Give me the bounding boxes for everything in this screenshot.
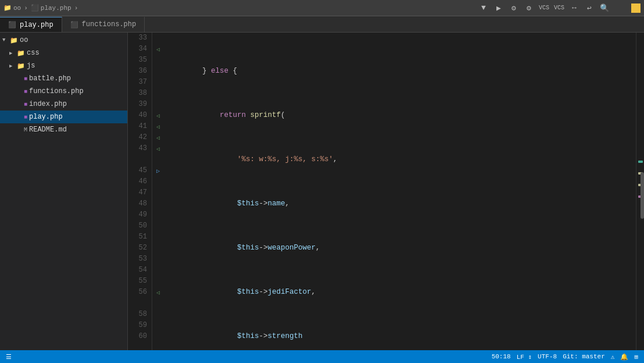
breadcrumb: 📁 oo › ⬛ play.php › bbox=[3, 4, 79, 12]
tab-play-icon: ⬛ bbox=[8, 21, 16, 29]
code-line-37: $this->weaponPower, bbox=[167, 243, 636, 254]
folder-icon-js: 📁 bbox=[17, 62, 25, 70]
sidebar-item-play[interactable]: ■ play.php bbox=[0, 111, 127, 123]
code-line-35: '%s: w:%s, j:%s, s:%s', bbox=[167, 154, 636, 165]
sidebar: ▼ 📁 oo ▶ 📁 css ▶ 📁 js ■ battle.php ■ fun… bbox=[0, 33, 128, 350]
status-left: ☰ bbox=[6, 353, 12, 361]
arrow-css: ▶ bbox=[9, 50, 15, 56]
yellow-indicator bbox=[631, 3, 641, 13]
php-icon-battle: ■ bbox=[24, 76, 27, 82]
status-encoding[interactable]: UTF-8 bbox=[538, 353, 557, 360]
dropdown-icon[interactable]: ▼ bbox=[478, 2, 489, 14]
gutter-line-36 bbox=[152, 66, 164, 77]
settings2-icon[interactable]: ⚙ bbox=[523, 2, 535, 14]
code-line-33: } else { bbox=[167, 66, 636, 77]
gutter-line-41: ◁ bbox=[152, 121, 164, 132]
breadcrumb-file[interactable]: play.php bbox=[41, 5, 71, 12]
php-icon-functions: ■ bbox=[24, 88, 27, 95]
gutter-line-37 bbox=[152, 77, 164, 88]
arrow-js: ▶ bbox=[9, 63, 15, 69]
sidebar-item-oo[interactable]: ▼ 📁 oo bbox=[0, 34, 127, 47]
code-line-36: $this->name, bbox=[167, 198, 636, 209]
sidebar-label-play: play.php bbox=[29, 113, 63, 121]
sidebar-label-oo: oo bbox=[20, 36, 28, 44]
code-line-38: $this->jediFactor, bbox=[167, 287, 636, 298]
status-notifications[interactable]: 🔔 bbox=[620, 353, 628, 361]
gutter-line-34: ◁ bbox=[152, 44, 164, 55]
gutter-line-39 bbox=[152, 99, 164, 110]
code-line-34: return sprintf( bbox=[167, 110, 636, 121]
line-numbers: 33 34 35 36 37 38 39 40 41 42 43 45 46 4… bbox=[128, 33, 152, 350]
tab-functions-icon: ⬛ bbox=[70, 21, 78, 29]
gutter-line-35 bbox=[152, 55, 164, 66]
tab-play-label: play.php bbox=[20, 21, 53, 29]
gutter-line-45: ▷ bbox=[152, 165, 164, 176]
vcs-icon[interactable]: VCS bbox=[538, 2, 550, 14]
sidebar-label-functions: functions.php bbox=[29, 87, 84, 95]
gutter-line-33 bbox=[152, 33, 164, 44]
vcs2-icon[interactable]: VCS bbox=[553, 2, 565, 14]
breadcrumb-sep2: › bbox=[74, 5, 78, 12]
folder-icon-oo: 📁 bbox=[10, 37, 18, 44]
status-right: 50:18 LF ⇕ UTF-8 Git: master ⚠ 🔔 ⊞ bbox=[492, 353, 638, 361]
main-area: ▼ 📁 oo ▶ 📁 css ▶ 📁 js ■ battle.php ■ fun… bbox=[0, 33, 644, 350]
gutter-line-56: ◁ bbox=[152, 287, 164, 298]
php-icon-play: ■ bbox=[24, 114, 27, 120]
status-menu-icon[interactable]: ☰ bbox=[6, 353, 12, 361]
breadcrumb-oo[interactable]: oo bbox=[13, 5, 21, 12]
editor-area: ● ● ● ● 33 34 35 36 37 38 39 40 41 42 43… bbox=[128, 33, 644, 350]
gutter: ◁ ◁ ◁ ◁ ◁ ▷ ◁ bbox=[152, 33, 164, 350]
tab-functions[interactable]: ⬛ functions.php bbox=[62, 17, 145, 32]
settings-icon[interactable]: ⚙ bbox=[508, 2, 520, 14]
md-icon-readme: M bbox=[24, 127, 27, 133]
sidebar-item-battle[interactable]: ■ battle.php bbox=[0, 72, 127, 85]
folder-icon-css: 📁 bbox=[17, 49, 25, 57]
share-icon[interactable]: ↔ bbox=[568, 2, 580, 14]
back-icon[interactable]: ↩ bbox=[584, 2, 595, 14]
tabs-bar: ⬛ play.php ⬛ functions.php bbox=[0, 16, 644, 33]
status-terminal[interactable]: ⊞ bbox=[634, 353, 638, 361]
top-toolbar: 📁 oo › ⬛ play.php › ▼ ▶ ⚙ ⚙ VCS VCS ↔ ↩ … bbox=[0, 0, 644, 16]
status-position[interactable]: 50:18 bbox=[492, 353, 511, 360]
sidebar-label-battle: battle.php bbox=[29, 74, 71, 83]
status-bar: ☰ 50:18 LF ⇕ UTF-8 Git: master ⚠ 🔔 ⊞ bbox=[0, 350, 644, 363]
code-line-39: $this->strength bbox=[167, 331, 636, 342]
gutter-line-43: ◁ bbox=[152, 143, 164, 154]
search-icon[interactable]: 🔍 bbox=[599, 2, 610, 14]
code-editor[interactable]: } else { return sprintf( '%s: w:%s, j:%s… bbox=[164, 33, 636, 350]
sidebar-item-js[interactable]: ▶ 📁 js bbox=[0, 59, 127, 72]
status-line-ending[interactable]: LF ⇕ bbox=[517, 353, 532, 361]
gutter-line-42: ◁ bbox=[152, 132, 164, 143]
php-file-icon: ⬛ bbox=[31, 4, 39, 12]
sidebar-item-index[interactable]: ■ index.php bbox=[0, 98, 127, 111]
minimap-marker-1 bbox=[638, 161, 643, 163]
run-icon[interactable]: ▶ bbox=[493, 2, 505, 14]
breadcrumb-sep1: › bbox=[24, 5, 28, 12]
sidebar-label-index: index.php bbox=[29, 100, 67, 108]
sidebar-label-js: js bbox=[27, 62, 35, 70]
folder-icon: 📁 bbox=[3, 4, 12, 12]
sidebar-item-css[interactable]: ▶ 📁 css bbox=[0, 47, 127, 59]
arrow-oo: ▼ bbox=[2, 37, 8, 43]
tab-play[interactable]: ⬛ play.php bbox=[0, 17, 62, 32]
gutter-line-40: ◁ bbox=[152, 110, 164, 121]
minimap[interactable] bbox=[636, 33, 644, 350]
sidebar-item-readme[interactable]: M README.md bbox=[0, 123, 127, 136]
status-warnings[interactable]: ⚠ bbox=[611, 353, 615, 361]
sidebar-label-readme: README.md bbox=[29, 126, 67, 134]
gutter-line-38 bbox=[152, 88, 164, 99]
sidebar-item-functions[interactable]: ■ functions.php bbox=[0, 85, 127, 98]
toolbar-icons: ▼ ▶ ⚙ ⚙ VCS VCS ↔ ↩ 🔍 bbox=[478, 2, 641, 14]
php-icon-index: ■ bbox=[24, 101, 27, 108]
status-git[interactable]: Git: master bbox=[563, 353, 605, 360]
tab-functions-label: functions.php bbox=[82, 20, 137, 29]
sidebar-label-css: css bbox=[27, 49, 40, 57]
scrollbar-thumb[interactable] bbox=[641, 172, 644, 219]
